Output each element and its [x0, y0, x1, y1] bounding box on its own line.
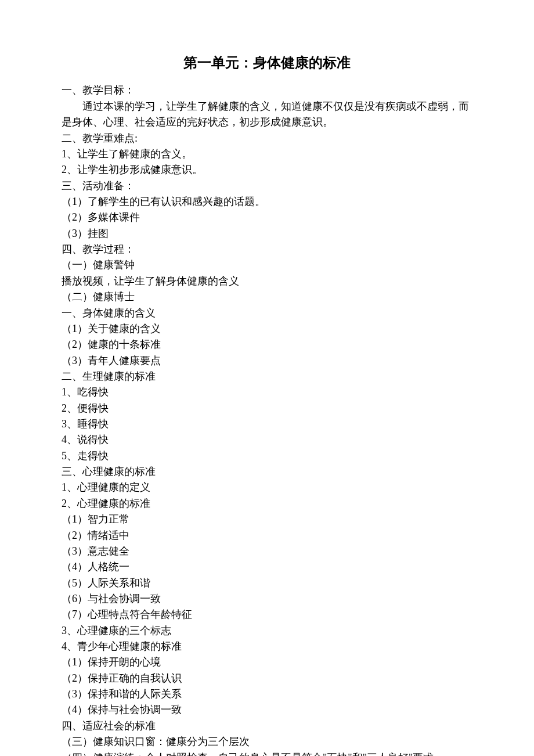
body-line: 四、适应社会的标准	[62, 718, 472, 734]
body-line: 一、身体健康的含义	[62, 305, 472, 321]
body-line: （四）健康演练：个人对照检查，自己的身心是不是符合"五快"和"三人良好"要求。	[62, 750, 472, 756]
body-line: 3、心理健康的三个标志	[62, 623, 472, 639]
body-line: （2）多媒体课件	[62, 210, 472, 225]
body-line: （3）保持和谐的人际关系	[62, 686, 472, 702]
body-line: 一、教学目标：	[62, 82, 472, 98]
body-line: （一）健康警钟	[62, 257, 472, 273]
body-line: 三、心理健康的标准	[62, 464, 472, 480]
document-body: 一、教学目标：通过本课的学习，让学生了解健康的含义，知道健康不仅仅是没有疾病或不…	[62, 82, 472, 756]
body-line: 2、心理健康的标准	[62, 496, 472, 512]
body-line: （1）关于健康的含义	[62, 321, 472, 337]
unit-title: 第一单元：身体健康的标准	[62, 52, 472, 73]
body-line: （4）人格统一	[62, 559, 472, 575]
body-line: 二、教学重难点:	[62, 131, 472, 146]
body-line: （三）健康知识口窗：健康分为三个层次	[62, 734, 472, 750]
body-line: （1）了解学生的已有认识和感兴趣的话题。	[62, 194, 472, 210]
body-line: 三、活动准备：	[62, 178, 472, 194]
body-line: （二）健康博士	[62, 289, 472, 305]
body-line: （2）健康的十条标准	[62, 337, 472, 352]
body-line: 二、生理健康的标准	[62, 369, 472, 384]
body-line: 四、教学过程：	[62, 242, 472, 257]
body-line: 2、便得快	[62, 401, 472, 416]
body-line: （2）保持正确的自我认识	[62, 671, 472, 686]
body-line: 3、睡得快	[62, 416, 472, 432]
body-line: 1、让学生了解健康的含义。	[62, 146, 472, 162]
body-line: （3）青年人健康要点	[62, 353, 472, 369]
body-line: （4）保持与社会协调一致	[62, 702, 472, 718]
body-line: 1、心理健康的定义	[62, 480, 472, 495]
body-line: （5）人际关系和谐	[62, 575, 472, 591]
body-line: 5、走得快	[62, 448, 472, 464]
body-line: （6）与社会协调一致	[62, 591, 472, 607]
body-line: 播放视频，让学生了解身体健康的含义	[62, 273, 472, 289]
body-line: （3）挂图	[62, 226, 472, 242]
body-line: （2）情绪适中	[62, 528, 472, 543]
body-line: （3）意志健全	[62, 543, 472, 559]
body-line: （1）保持开朗的心境	[62, 654, 472, 670]
body-line: 4、说得快	[62, 432, 472, 448]
body-line: （7）心理特点符合年龄特征	[62, 607, 472, 622]
body-line: （1）智力正常	[62, 512, 472, 527]
body-line: 2、让学生初步形成健康意识。	[62, 162, 472, 178]
body-line: 通过本课的学习，让学生了解健康的含义，知道健康不仅仅是没有疾病或不虚弱，而是身体…	[62, 99, 472, 131]
body-line: 1、吃得快	[62, 384, 472, 400]
body-line: 4、青少年心理健康的标准	[62, 639, 472, 654]
